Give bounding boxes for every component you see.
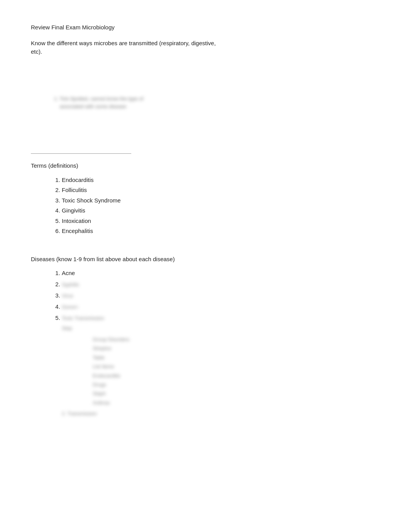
list-item: Encephalitis	[62, 227, 379, 236]
list-item: Gingivitis	[62, 206, 379, 215]
list-item-blurred: Gonorr-	[62, 303, 379, 311]
diseases-list: Acne Syphilis Virus Gonorr- Toxic Transm…	[31, 269, 379, 333]
list-item-blurred: Virus	[62, 291, 379, 300]
terms-section: Terms (definitions) Endocarditis Follicu…	[31, 161, 379, 236]
diseases-section: Diseases (know 1-9 from list above about…	[31, 255, 379, 418]
diseases-heading: Diseases (know 1-9 from list above about…	[31, 255, 379, 264]
intro-paragraph: Know the different ways microbes are tra…	[31, 39, 379, 56]
list-item-blurred: Syphilis	[62, 280, 379, 289]
blurred-top-block: 1. Tick-Spotted, cannot know the type of…	[54, 95, 224, 111]
list-item: Toxic Shock Syndrome	[62, 196, 379, 205]
list-item: Intoxication	[62, 217, 379, 226]
list-item: Folliculitis	[62, 186, 379, 195]
terms-heading: Terms (definitions)	[31, 161, 379, 170]
terms-list: Endocarditis Folliculitis Toxic Shock Sy…	[31, 176, 379, 236]
page-title: Review Final Exam Microbiology	[31, 23, 379, 32]
list-item: Endocarditis	[62, 176, 379, 185]
list-item: Acne	[62, 269, 379, 278]
list-item-blurred: Toxic Transmission Step	[62, 314, 379, 333]
section-divider	[31, 153, 131, 154]
